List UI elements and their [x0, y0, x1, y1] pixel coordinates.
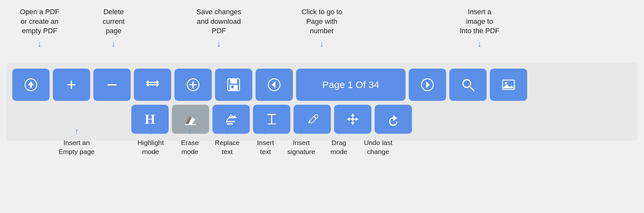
svg-marker-37	[351, 113, 355, 116]
svg-rect-13	[230, 79, 237, 84]
search-icon	[461, 78, 475, 92]
page-indicator-label: Page 1 Of 34	[322, 79, 379, 90]
lbl-erase: ↑ Erase mode	[171, 126, 209, 157]
svg-marker-1	[28, 81, 34, 85]
lbl-drag: ↑ Drag mode	[321, 126, 357, 157]
btn-add[interactable]	[174, 69, 212, 101]
arrows-h-icon	[145, 78, 160, 92]
svg-line-36	[314, 116, 316, 119]
upload-circle-icon	[24, 78, 38, 92]
arrow-insert-image: ↓	[447, 38, 512, 50]
lbl-undo: ↑ Undo last change	[357, 126, 399, 157]
arrow-insert-empty: ↑	[54, 126, 99, 137]
ann-open-pdf: Open a PDF or create an empty PDF ↓	[12, 7, 67, 50]
lbl-insert-empty: ↑ Insert an Empty page	[54, 126, 99, 157]
btn-search[interactable]	[449, 69, 487, 101]
plus-icon: +	[67, 75, 76, 94]
ann-save-download: Save changes and download PDF ↓	[187, 7, 251, 50]
arrow-delete-page: ↓	[93, 38, 135, 50]
arrow-left-circle-icon	[267, 78, 281, 92]
btn-page-indicator[interactable]: Page 1 Of 34	[296, 69, 406, 101]
arrow-drag: ↑	[321, 126, 357, 137]
arrow-erase: ↑	[171, 126, 209, 137]
circle-plus-icon	[186, 78, 200, 92]
svg-marker-24	[503, 84, 515, 88]
btn-open[interactable]	[12, 69, 50, 101]
svg-marker-19	[426, 81, 430, 88]
lbl-insert-text: ↑ Insert text	[246, 126, 285, 157]
bottom-labels: ↑ Insert an Empty page ↑ Highlight mode …	[6, 119, 638, 209]
lbl-highlight: ↑ Highlight mode	[131, 126, 170, 157]
arrow-save: ↓	[187, 38, 251, 50]
arrow-right-circle-icon	[420, 78, 434, 92]
arrow-replace-text: ↑	[208, 126, 247, 137]
image-icon	[501, 78, 516, 92]
ann-goto-page: Click to go to Page with number ↓	[290, 7, 354, 50]
arrow-goto-page: ↓	[290, 38, 354, 50]
svg-rect-2	[30, 85, 32, 88]
btn-back[interactable]	[256, 69, 293, 101]
arrow-highlight: ↑	[131, 126, 170, 137]
lbl-replace-text: ↑ Replace text	[208, 126, 247, 157]
svg-rect-15	[231, 85, 234, 88]
save-icon	[227, 78, 241, 92]
btn-replace[interactable]	[134, 69, 171, 101]
btn-add-page[interactable]: +	[53, 69, 90, 101]
lbl-signature: ↑ Insert signature	[280, 126, 322, 157]
ann-delete-page: Delete current page ↓	[93, 7, 135, 50]
arrow-insert-text: ↑	[246, 126, 285, 137]
btn-insert-image[interactable]	[490, 69, 527, 101]
btn-forward[interactable]	[409, 69, 446, 101]
arrow-undo: ↑	[357, 126, 399, 137]
top-annotations: Open a PDF or create an empty PDF ↓ Dele…	[0, 0, 644, 64]
svg-marker-17	[272, 81, 275, 88]
arrow-open-pdf: ↓	[12, 38, 67, 50]
ann-insert-image: Insert a image to Into the PDF ↓	[447, 7, 512, 50]
btn-save[interactable]	[215, 69, 252, 101]
minus-icon: −	[107, 76, 117, 94]
toolbar-row1: + −	[12, 69, 632, 101]
svg-point-23	[505, 82, 507, 84]
btn-delete-page[interactable]: −	[93, 69, 131, 101]
arrow-signature: ↑	[280, 126, 322, 137]
svg-line-21	[470, 87, 474, 91]
